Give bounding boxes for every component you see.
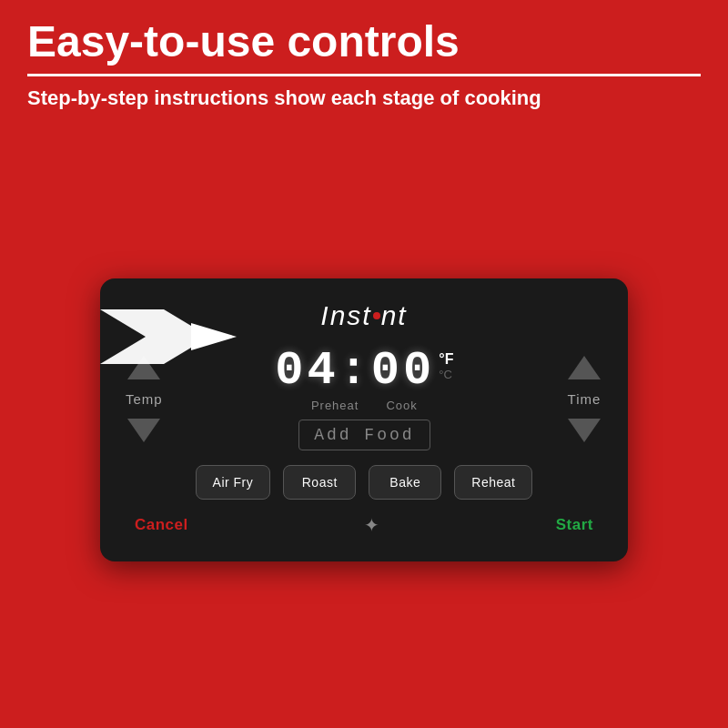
preheat-cook-row: Preheat Cook [311,399,418,412]
air-fry-button[interactable]: Air Fry [196,465,271,500]
main-title: Easy-to-use controls [27,18,701,66]
degree-unit: °F °C [439,351,453,381]
temp-label: Temp [126,391,163,407]
preheat-label: Preheat [311,399,359,412]
digit-display: 04:00 [275,348,435,395]
time-up-icon [568,356,601,379]
time-down-icon [568,419,601,442]
page-container: Easy-to-use controls Step-by-step instru… [0,0,728,728]
time-up-button[interactable] [566,349,602,386]
reheat-button[interactable]: Reheat [454,465,532,500]
cook-label: Cook [386,399,417,412]
bottom-row: Cancel ✦ Start [126,514,602,536]
fahrenheit-label: °F [439,351,453,368]
time-down-button[interactable] [566,412,602,449]
time-label: Time [568,391,602,407]
cancel-button[interactable]: Cancel [135,516,188,534]
start-button[interactable]: Start [556,516,593,534]
temp-down-icon [127,419,160,442]
arrow-pointer [91,300,237,364]
brand-dot [373,312,380,319]
temp-section: Temp [126,349,163,449]
temp-down-button[interactable] [126,412,162,449]
bake-button[interactable]: Bake [369,465,441,500]
time-display: 04:00 °F °C [275,348,453,395]
cook-buttons-row: Air Fry Roast Bake Reheat [126,465,602,500]
panel-wrapper: Instnt Temp 04:00 [27,129,701,710]
time-section: Time [566,349,602,449]
subtitle: Step-by-step instructions show each stag… [27,86,701,112]
light-icon[interactable]: ✦ [364,514,379,536]
svg-marker-1 [191,323,237,350]
divider [27,74,701,76]
roast-button[interactable]: Roast [283,465,356,500]
celsius-label: °C [439,368,452,381]
add-food-display: Add Food [298,420,430,450]
